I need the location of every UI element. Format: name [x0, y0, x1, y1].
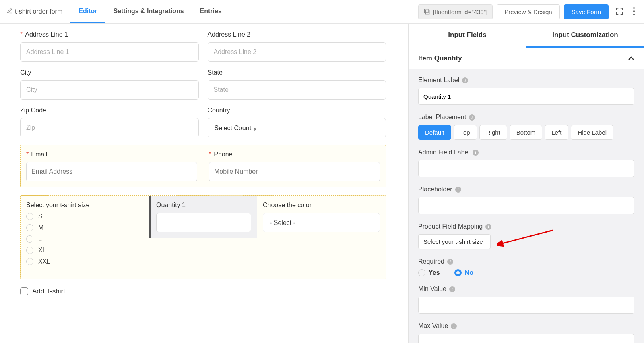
info-icon[interactable]: i	[451, 323, 457, 329]
radio-size-xl[interactable]: XL	[26, 247, 143, 254]
panel-header[interactable]: Item Quantity	[409, 48, 644, 69]
radio-size-l[interactable]: L	[26, 235, 143, 243]
save-form-button[interactable]: Save Form	[564, 4, 609, 19]
label-label-placement: Label Placementi	[418, 114, 634, 121]
input-admin-field-label[interactable]	[418, 160, 634, 177]
label-admin-field-label: Admin Field Labeli	[418, 149, 634, 156]
seg-left[interactable]: Left	[545, 125, 568, 140]
radio-required-yes[interactable]: Yes	[418, 269, 440, 276]
setting-placeholder: Placeholderi	[418, 186, 634, 214]
input-address-line-2[interactable]	[208, 42, 386, 62]
field-email[interactable]: *Email	[21, 145, 203, 187]
tab-settings[interactable]: Settings & Integrations	[105, 0, 192, 23]
input-state[interactable]	[208, 80, 386, 100]
info-icon[interactable]: i	[473, 150, 479, 156]
tab-input-fields[interactable]: Input Fields	[409, 24, 526, 48]
info-icon[interactable]: i	[447, 259, 453, 265]
field-country[interactable]: Country Select Country	[208, 107, 386, 137]
input-phone[interactable]	[209, 162, 380, 181]
seg-right[interactable]: Right	[479, 125, 507, 140]
container-contact[interactable]: *Email *Phone	[20, 145, 386, 187]
label-color: Choose the color	[263, 202, 380, 209]
radio-icon	[418, 269, 425, 276]
add-tshirt-row[interactable]: Add T-shirt	[20, 287, 386, 295]
checkbox-icon[interactable]	[20, 287, 28, 295]
radio-size-xxl[interactable]: XXL	[26, 258, 143, 265]
tab-entries[interactable]: Entries	[192, 0, 230, 23]
input-max-value[interactable]	[418, 334, 634, 343]
preview-design-button[interactable]: Preview & Design	[497, 4, 559, 19]
shortcode-icon	[423, 8, 430, 16]
input-address-line-1[interactable]	[20, 42, 199, 62]
segmented-label-placement: Default Top Right Bottom Left Hide Label	[418, 125, 634, 140]
setting-max-value: Max Valuei	[418, 322, 634, 343]
label-country: Country	[208, 107, 386, 114]
info-icon[interactable]: i	[455, 187, 461, 193]
radio-size-s[interactable]: S	[26, 213, 143, 220]
container-product[interactable]: Select your t-shirt size S M L XL XXL Qu…	[20, 195, 386, 279]
label-placeholder: Placeholderi	[418, 186, 634, 193]
label-state: State	[208, 69, 386, 76]
arrow-annotation-icon	[497, 228, 557, 247]
label-product-field-mapping: Product Field Mappingi	[418, 223, 634, 230]
setting-element-label: Element Labeli	[418, 77, 634, 105]
label-element-label: Element Labeli	[418, 77, 634, 84]
setting-admin-field-label: Admin Field Labeli	[418, 149, 634, 177]
sidebar-tabs: Input Fields Input Customization	[409, 24, 644, 48]
svg-point-4	[633, 14, 635, 15]
radio-size-m[interactable]: M	[26, 224, 143, 231]
tab-editor[interactable]: Editor	[70, 0, 105, 23]
field-address-line-1[interactable]: *Address Line 1	[20, 31, 199, 62]
radio-icon	[26, 235, 33, 243]
field-zip[interactable]: Zip Code	[20, 107, 199, 137]
field-city[interactable]: City	[20, 69, 199, 100]
form-title-text: t-shirt order form	[15, 8, 62, 15]
svg-rect-1	[425, 10, 429, 14]
topbar-right: [fluentform id="439"] Preview & Design S…	[418, 4, 638, 19]
info-icon[interactable]: i	[462, 77, 468, 83]
tab-input-customization[interactable]: Input Customization	[526, 24, 644, 48]
select-country[interactable]: Select Country	[208, 118, 386, 137]
setting-label-placement: Label Placementi Default Top Right Botto…	[418, 114, 634, 140]
setting-product-field-mapping: Product Field Mappingi Select your t-shi…	[418, 223, 634, 249]
shortcode-box[interactable]: [fluentform id="439"]	[418, 4, 493, 19]
input-zip[interactable]	[20, 118, 199, 137]
seg-default[interactable]: Default	[418, 125, 451, 140]
seg-bottom[interactable]: Bottom	[510, 125, 543, 140]
field-color[interactable]: Choose the color - Select -	[257, 196, 386, 239]
info-icon[interactable]: i	[449, 286, 455, 292]
seg-hide[interactable]: Hide Label	[571, 125, 613, 140]
radio-required-no[interactable]: No	[454, 269, 473, 276]
input-quantity[interactable]	[156, 213, 251, 232]
field-address-line-2[interactable]: Address Line 2	[208, 31, 386, 62]
panel-body: Element Labeli Label Placementi Default …	[409, 69, 644, 343]
label-email: *Email	[26, 151, 197, 158]
input-min-value[interactable]	[418, 297, 634, 314]
field-quantity-selected[interactable]: Quantity 1	[149, 196, 257, 238]
svg-rect-0	[425, 9, 428, 12]
select-color[interactable]: - Select -	[263, 213, 380, 232]
form-title[interactable]: t-shirt order form	[6, 8, 62, 16]
input-email[interactable]	[26, 162, 197, 181]
chevron-up-icon[interactable]	[628, 55, 634, 62]
input-placeholder[interactable]	[418, 197, 634, 214]
input-city[interactable]	[20, 80, 199, 100]
shortcode-text: [fluentform id="439"]	[433, 8, 487, 15]
select-product-field-mapping[interactable]: Select your t-shirt size	[418, 234, 491, 249]
input-element-label[interactable]	[418, 88, 634, 105]
seg-top[interactable]: Top	[454, 125, 477, 140]
info-icon[interactable]: i	[469, 114, 475, 121]
mapping-value: Select your t-shirt size	[423, 238, 483, 245]
svg-point-2	[633, 7, 635, 9]
label-size: Select your t-shirt size	[26, 202, 143, 209]
field-tshirt-size[interactable]: Select your t-shirt size S M L XL XXL	[21, 196, 149, 279]
info-icon[interactable]: i	[485, 224, 491, 230]
label-min-value: Min Valuei	[418, 285, 634, 293]
fullscreen-icon[interactable]	[613, 4, 626, 19]
label-required: Requiredi	[418, 258, 634, 265]
radio-list-size: S M L XL XXL	[26, 213, 143, 265]
label-address-line-1: *Address Line 1	[20, 31, 199, 38]
field-state[interactable]: State	[208, 69, 386, 100]
kebab-icon[interactable]	[630, 4, 638, 19]
field-phone[interactable]: *Phone	[203, 145, 386, 187]
